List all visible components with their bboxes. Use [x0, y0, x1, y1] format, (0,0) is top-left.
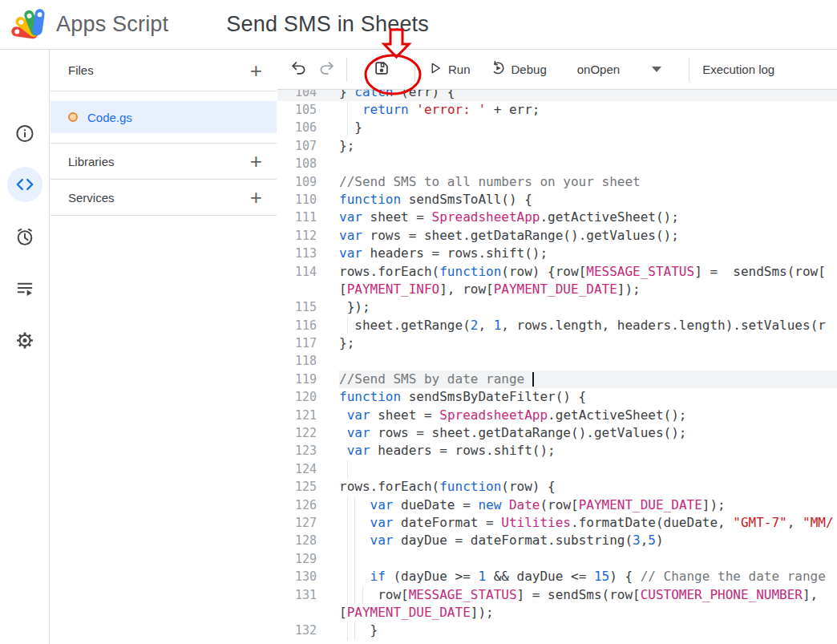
code-line[interactable]: 130 if (dayDue >= 1 && dayDue <= 15) { /…: [277, 568, 837, 585]
code-line[interactable]: 120function sendSmsByDateFilter() {: [277, 388, 837, 406]
debug-button[interactable]: Debug: [490, 60, 547, 79]
line-number: 112: [277, 227, 339, 245]
line-number: 113: [277, 245, 339, 262]
code-line[interactable]: 126 var dueDate = new Date(row[PAYMENT_D…: [277, 496, 837, 514]
code-line[interactable]: 110function sendSmsToAll() {: [277, 191, 837, 209]
code-line[interactable]: 125rows.forEach(function(row) {: [277, 478, 837, 496]
undo-icon: [290, 59, 308, 79]
redo-icon: [317, 59, 335, 79]
execution-log-button[interactable]: Execution log: [702, 63, 774, 76]
line-number: 108: [277, 155, 339, 172]
indent-guide: [354, 586, 355, 604]
code-editor[interactable]: 104} catch (err) {105 return 'error: ' +…: [277, 90, 837, 644]
code-text: row[MESSAGE_STATUS] = sendSms(row[CUSTOM…: [339, 586, 837, 604]
code-line[interactable]: 111var sheet = SpreadsheetApp.getActiveS…: [277, 209, 837, 226]
code-line[interactable]: 123 var headers = rows.shift();: [277, 442, 837, 460]
code-lines: 104} catch (err) {105 return 'error: ' +…: [277, 90, 837, 640]
line-number: 132: [277, 622, 339, 639]
redo-button[interactable]: [317, 59, 335, 79]
code-line[interactable]: 112var rows = sheet.getDataRange().getVa…: [277, 227, 837, 245]
code-line[interactable]: 127 var dateFormat = Utilities.formatDat…: [277, 514, 837, 532]
line-number: 111: [277, 209, 339, 226]
settings-button[interactable]: [14, 330, 34, 350]
code-line[interactable]: [PAYMENT_DUE_DATE]);: [277, 604, 837, 622]
code-text: var sheet = SpreadsheetApp.getActiveShee…: [339, 209, 837, 226]
code-line[interactable]: 105 return 'error: ' + err;: [277, 101, 837, 119]
code-line[interactable]: 118: [277, 352, 837, 370]
code-line[interactable]: 131 row[MESSAGE_STATUS] = sendSms(row[CU…: [277, 586, 837, 604]
undo-button[interactable]: [290, 59, 308, 79]
triggers-button[interactable]: [14, 227, 34, 247]
line-number: 131: [277, 586, 339, 604]
code-icon: [14, 174, 35, 195]
code-text: sheet.getRange(2, 1, rows.length, header…: [339, 317, 837, 334]
indent-guide: [362, 586, 363, 604]
code-line[interactable]: 132 }: [277, 622, 837, 639]
executions-button[interactable]: [14, 278, 34, 298]
code-line[interactable]: 121 var sheet = SpreadsheetApp.getActive…: [277, 407, 837, 424]
text-cursor: [532, 372, 534, 387]
left-icon-rail: [0, 50, 50, 644]
code-line[interactable]: 106 }: [277, 119, 837, 136]
code-line[interactable]: 114rows.forEach(function(row) {row[MESSA…: [277, 263, 837, 281]
code-text: var dateFormat = Utilities.formatDate(du…: [339, 514, 837, 532]
code-text: });: [339, 298, 837, 316]
line-number: 104: [277, 90, 339, 101]
code-line[interactable]: 108: [277, 155, 837, 172]
executions-list-icon: [14, 278, 34, 298]
add-service-button[interactable]: +: [250, 187, 262, 208]
overview-info-button[interactable]: [14, 124, 34, 144]
code-text: var dueDate = new Date(row[PAYMENT_DUE_D…: [339, 496, 837, 514]
code-line[interactable]: 107};: [277, 137, 837, 155]
code-line[interactable]: 129: [277, 550, 837, 568]
debug-icon: [490, 60, 506, 79]
app-header: Apps Script Send SMS in Sheets: [0, 0, 837, 50]
function-select[interactable]: onOpen: [577, 63, 620, 76]
editor-toolbar: Run Debug onOpen Execution log: [277, 50, 837, 90]
run-label: Run: [448, 63, 471, 76]
line-number: 128: [277, 532, 339, 549]
code-line[interactable]: 109//Send SMS to all numbers on your she…: [277, 173, 837, 191]
save-button[interactable]: [373, 59, 390, 79]
file-item-code-gs[interactable]: Code.gs: [51, 101, 277, 133]
code-text: var dayDue = dateFormat.substring(3,5): [339, 532, 837, 549]
code-line[interactable]: 117};: [277, 334, 837, 352]
code-line[interactable]: 113var headers = rows.shift();: [277, 245, 837, 262]
code-text: var headers = rows.shift();: [339, 245, 837, 262]
line-number: 116: [277, 317, 339, 334]
indent-guide: [347, 514, 348, 532]
code-line[interactable]: 116 sheet.getRange(2, 1, rows.length, he…: [277, 317, 837, 334]
editor-button[interactable]: [7, 167, 42, 202]
line-number: [277, 281, 339, 298]
code-text: [339, 155, 837, 172]
code-text: }: [339, 622, 837, 639]
code-line[interactable]: 128 var dayDue = dateFormat.substring(3,…: [277, 532, 837, 549]
file-list: Code.gs: [51, 91, 277, 144]
project-title[interactable]: Send SMS in Sheets: [226, 12, 429, 37]
add-file-button[interactable]: +: [250, 60, 262, 81]
code-line[interactable]: 119//Send SMS by date range: [277, 371, 837, 388]
line-number: 125: [277, 478, 339, 496]
files-header: Files +: [51, 50, 277, 91]
line-number: 127: [277, 514, 339, 532]
code-line[interactable]: 115 });: [277, 298, 837, 316]
libraries-section: Libraries +: [51, 144, 277, 180]
line-number: 124: [277, 460, 339, 478]
code-line[interactable]: 124: [277, 460, 837, 478]
code-line[interactable]: 104} catch (err) {: [277, 90, 837, 101]
code-text: [PAYMENT_INFO], row[PAYMENT_DUE_DATE]);: [339, 281, 837, 298]
indent-guide: [347, 550, 348, 568]
function-select-value: onOpen: [577, 63, 620, 76]
toolbar-divider: [346, 58, 347, 82]
line-number: 107: [277, 137, 339, 155]
code-text: };: [339, 334, 837, 352]
line-number: 109: [277, 173, 339, 191]
files-panel: Files + Code.gs Libraries + Services +: [51, 50, 277, 644]
indent-guide: [347, 496, 348, 514]
add-library-button[interactable]: +: [250, 151, 262, 172]
chevron-down-icon[interactable]: [652, 67, 661, 72]
indent-guide: [347, 460, 348, 478]
run-button[interactable]: Run: [428, 61, 471, 78]
code-line[interactable]: 122 var rows = sheet.getDataRange().getV…: [277, 424, 837, 442]
code-line[interactable]: [PAYMENT_INFO], row[PAYMENT_DUE_DATE]);: [277, 281, 837, 298]
